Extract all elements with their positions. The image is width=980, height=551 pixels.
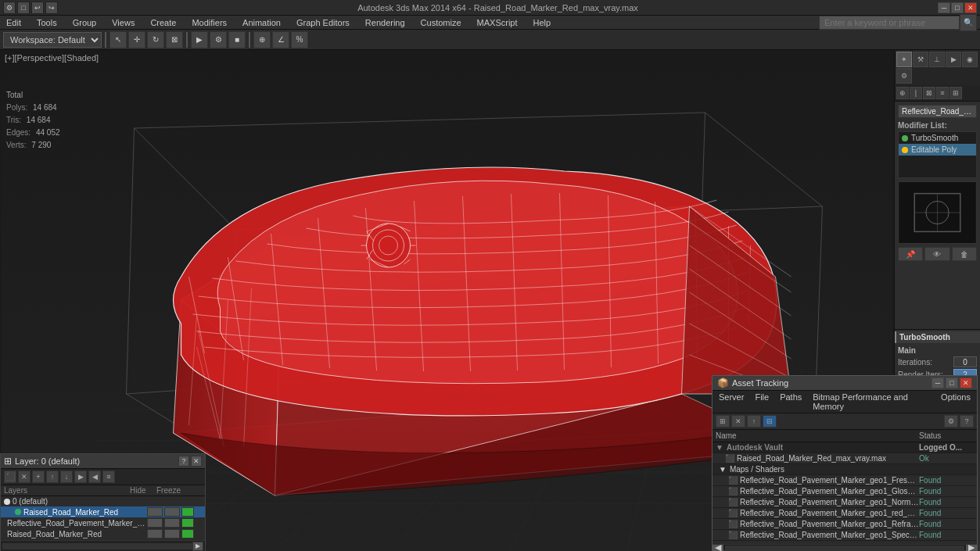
command-panel-hierarchy-tab[interactable]: ⊥ — [929, 52, 945, 67]
modifier-item-turbosmooth[interactable]: TurboSmooth — [899, 132, 976, 144]
sub-tab-1[interactable]: ⊕ — [896, 87, 909, 99]
sub-tab-5[interactable]: ⊞ — [949, 87, 962, 99]
menu-graph-editors[interactable]: Graph Editors — [293, 18, 353, 27]
menu-maxscript[interactable]: MAXScript — [474, 18, 521, 27]
percent-snap-btn[interactable]: % — [291, 31, 308, 48]
menu-rendering[interactable]: Rendering — [362, 18, 408, 27]
command-panel-utilities-tab[interactable]: ⚙ — [896, 68, 912, 84]
workspace-dropdown[interactable]: Workspace: Default — [3, 32, 102, 48]
asset-tool-btn-2[interactable]: ✕ — [731, 415, 745, 428]
layer-hide-btn[interactable] — [147, 507, 163, 517]
layer-item-reflective[interactable]: Reflective_Road_Pavement_Marker_geo1 — [1, 517, 205, 528]
move-tool-btn[interactable]: ✛ — [128, 31, 145, 48]
material-editor-btn[interactable]: ■ — [228, 31, 246, 48]
sub-tab-3[interactable]: ⊠ — [923, 87, 935, 99]
menu-animation[interactable]: Animation — [239, 18, 284, 27]
angle-snap-btn[interactable]: ∠ — [272, 31, 289, 48]
layer-tool-move-down-btn[interactable]: ↓ — [60, 470, 73, 483]
menu-help[interactable]: Help — [530, 18, 555, 27]
scrollbar-track[interactable] — [725, 546, 964, 550]
menu-group[interactable]: Group — [70, 18, 100, 27]
layer-item-raised-road-2[interactable]: Raised_Road_Marker_Red — [1, 528, 205, 539]
rotate-tool-btn[interactable]: ↻ — [147, 31, 164, 48]
app-icon[interactable]: ⚙ — [3, 2, 16, 14]
sub-tab-2[interactable]: | — [910, 87, 922, 99]
toolbar-btn-3[interactable]: ↪ — [45, 2, 58, 14]
asset-row-specular[interactable]: ⬛Reflective_Road_Pavement_Marker_geo1_Sp… — [713, 530, 977, 541]
layer-tool-add-btn[interactable]: + — [32, 470, 45, 483]
menu-edit[interactable]: Edit — [3, 18, 24, 27]
layer-hide-btn-3[interactable] — [147, 529, 163, 538]
asset-row-refraction[interactable]: ⬛Reflective_Road_Pavement_Marker_geo1_Re… — [713, 519, 977, 530]
asset-row-vault[interactable]: ▼Autodesk Vault Logged O... — [713, 442, 977, 453]
select-tool-btn[interactable]: ↖ — [109, 31, 127, 48]
command-panel-modify-tab[interactable]: ⚒ — [913, 52, 928, 67]
command-panel-motion-tab[interactable]: ▶ — [946, 52, 961, 67]
iterations-value[interactable]: 0 — [953, 356, 977, 367]
asset-tool-btn-4-active[interactable]: ⊟ — [763, 415, 777, 428]
asset-menu-bitmap[interactable]: Bitmap Performance and Memory — [811, 392, 932, 412]
object-name-bar[interactable]: Reflective_Road_Pavement_I — [898, 105, 977, 118]
layer-scroll-right[interactable]: ▶ — [192, 542, 203, 551]
asset-row-glossiness[interactable]: ⬛Reflective_Road_Pavement_Marker_geo1_Gl… — [713, 486, 977, 497]
layer-freeze-btn[interactable] — [164, 507, 180, 517]
mod-ctrl-pin-btn[interactable]: 📌 — [898, 247, 923, 261]
sub-tab-4[interactable]: ≡ — [936, 87, 949, 99]
layer-tool-collapse-btn[interactable]: ◀ — [88, 470, 101, 483]
asset-menu-server[interactable]: Server — [717, 392, 745, 412]
scrollbar-left[interactable]: ◀ — [713, 545, 723, 551]
asset-row-normal[interactable]: ⬛Reflective_Road_Pavement_Marker_geo1_No… — [713, 497, 977, 508]
scrollbar-right[interactable]: ▶ — [966, 545, 977, 551]
layer-tool-expand-btn[interactable]: ▶ — [74, 470, 87, 483]
layer-render-btn[interactable] — [181, 507, 194, 517]
layer-item-default[interactable]: 0 (default) — [1, 496, 205, 506]
asset-menu-paths[interactable]: Paths — [778, 392, 803, 412]
command-panel-create-tab[interactable]: ✦ — [896, 52, 912, 67]
layer-tool-delete-btn[interactable]: ✕ — [18, 470, 31, 483]
asset-row-maps[interactable]: ▼Maps / Shaders — [713, 464, 977, 475]
modifier-item-editable-poly[interactable]: Editable Poly — [899, 144, 976, 156]
layer-render-btn-2[interactable] — [181, 518, 194, 528]
layer-freeze-btn-2[interactable] — [164, 518, 180, 528]
panel-question-btn[interactable]: ? — [178, 456, 189, 467]
menu-customize[interactable]: Customize — [418, 18, 465, 27]
toolbar-btn-1[interactable]: □ — [17, 2, 30, 14]
snap-toggle-btn[interactable]: ⊕ — [253, 31, 271, 48]
asset-row-max-file[interactable]: ⬛Raised_Road_Marker_Red_max_vray.max Ok — [713, 453, 977, 464]
asset-row-diffuse[interactable]: ⬛Reflective_Road_Pavement_Marker_geo1_re… — [713, 508, 977, 519]
layer-scrollbar-track[interactable] — [2, 543, 192, 549]
panel-close-btn[interactable]: ✕ — [191, 456, 202, 467]
menu-views[interactable]: Views — [109, 18, 138, 27]
mod-ctrl-delete-btn[interactable]: 🗑 — [952, 247, 977, 261]
toolbar-btn-2[interactable]: ↩ — [31, 2, 44, 14]
menu-create[interactable]: Create — [147, 18, 179, 27]
search-icon[interactable]: 🔍 — [960, 14, 977, 31]
maximize-button[interactable]: □ — [951, 2, 964, 13]
layer-render-btn-3[interactable] — [181, 529, 194, 538]
asset-tool-btn-1[interactable]: ⊞ — [716, 415, 730, 428]
command-panel-display-tab[interactable]: ◉ — [962, 52, 978, 67]
render-settings-btn[interactable]: ⚙ — [210, 31, 227, 48]
render-btn[interactable]: ▶ — [191, 31, 208, 48]
asset-minimize-btn[interactable]: ─ — [932, 377, 944, 388]
search-input[interactable] — [819, 16, 960, 30]
mod-ctrl-show-btn[interactable]: 👁 — [924, 247, 949, 261]
scale-tool-btn[interactable]: ⊠ — [166, 31, 183, 48]
layer-tool-extra-btn[interactable]: ≡ — [102, 470, 115, 483]
minimize-button[interactable]: ─ — [938, 2, 950, 13]
asset-close-btn[interactable]: ✕ — [960, 377, 972, 388]
asset-tool-btn-5[interactable]: ⚙ — [944, 415, 958, 428]
layer-tool-create-btn[interactable]: ⬛ — [4, 470, 16, 483]
asset-row-fresnel[interactable]: ⬛Reflective_Road_Pavement_Marker_geo1_Fr… — [713, 475, 977, 486]
layer-tool-move-up-btn[interactable]: ↑ — [46, 470, 59, 483]
menu-modifiers[interactable]: Modifiers — [188, 18, 230, 27]
close-button[interactable]: ✕ — [964, 2, 977, 13]
layer-hide-btn-2[interactable] — [147, 518, 163, 528]
asset-menu-options[interactable]: Options — [939, 392, 972, 412]
layer-item-raised-road[interactable]: Raised_Road_Marker_Red — [1, 506, 205, 517]
asset-tool-btn-6[interactable]: ? — [960, 415, 974, 428]
layer-freeze-btn-3[interactable] — [164, 529, 180, 538]
asset-tool-btn-3[interactable]: ↑ — [747, 415, 761, 428]
asset-maximize-btn[interactable]: □ — [946, 377, 958, 388]
menu-tools[interactable]: Tools — [34, 18, 60, 27]
